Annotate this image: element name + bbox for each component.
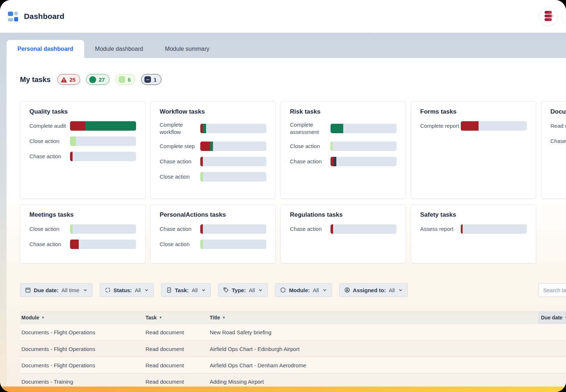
filter-type[interactable]: Type:All (218, 283, 268, 297)
calendar-icon (25, 287, 31, 293)
card-task-row: Close action (29, 224, 136, 234)
filter-bar: Due date:All time Status:All Task:All (7, 283, 566, 297)
task-progress-bar (200, 142, 266, 151)
task-label: Chase action (290, 158, 331, 165)
progress-segment-red (331, 157, 334, 166)
filter-module[interactable]: Module:All (275, 283, 332, 297)
card-task-row: Complete audit (29, 121, 136, 131)
cell-title: Airfield Ops Chart - Edinburgh Airport (208, 346, 538, 352)
dark-minus-square-icon: – (144, 76, 151, 83)
filter-value: All (192, 287, 198, 293)
task-progress-bar (331, 142, 397, 151)
tab-module-summary[interactable]: Module summary (154, 40, 220, 58)
tab-personal-dashboard[interactable]: Personal dashboard (7, 40, 84, 58)
column-header-due-date[interactable]: Due date▼ (538, 311, 566, 324)
personal-dashboard-panel: My tasks 25 27 6 (7, 58, 566, 387)
tab-module-dashboard[interactable]: Module dashboard (84, 40, 154, 58)
card-task-row: Chase action (160, 157, 266, 166)
module-icon (280, 287, 286, 293)
filter-due-date[interactable]: Due date:All time (20, 283, 93, 297)
filter-label: Module: (289, 287, 310, 293)
task-progress-bar (70, 152, 136, 161)
progress-segment-light_green (70, 136, 76, 146)
cell-module: Documents - Flight Operations (20, 346, 144, 352)
status-icon (105, 287, 111, 293)
task-progress-bar (331, 224, 397, 234)
sort-arrow-icon: ▼ (222, 316, 226, 319)
card-task-row: Close action (290, 142, 397, 151)
progress-segment-red (331, 224, 333, 234)
card-title: PersonalActions tasks (160, 211, 266, 219)
task-label: Chase action (29, 153, 70, 160)
table-row[interactable]: Documents - Flight OperationsRead docume… (20, 324, 566, 340)
task-progress-bar (200, 224, 266, 234)
card-task-row: Complete report (420, 121, 527, 131)
card-task-row: Assess report (420, 224, 527, 234)
sort-arrow-icon: ▼ (159, 316, 162, 319)
task-cards-row-1: Quality tasksComplete auditClose actionC… (20, 101, 566, 199)
task-label: Complete workflow (160, 121, 200, 136)
user-avatar[interactable] (562, 7, 566, 26)
task-label: Chase action (160, 158, 200, 165)
task-progress-bar (70, 136, 136, 146)
filter-assigned-to[interactable]: Assigned to:All (339, 283, 408, 297)
card-title: Quality tasks (29, 108, 136, 115)
card-task-row: Complete assessment (290, 121, 397, 136)
my-tasks-header: My tasks 25 27 6 (20, 74, 566, 85)
sort-arrow-icon: ▼ (41, 316, 45, 319)
card-title: Risk tasks (290, 108, 397, 115)
page-title: Dashboard (24, 12, 65, 21)
progress-segment-green (85, 121, 136, 131)
task-card: Workflow tasksComplete workflowComplete … (150, 101, 276, 199)
task-card: Safety tasksAssess report (411, 204, 536, 264)
warning-triangle-icon (61, 77, 67, 83)
chevron-down-icon (398, 288, 403, 292)
filter-status[interactable]: Status:All (100, 283, 154, 297)
column-header-task[interactable]: Task▼ (144, 311, 208, 324)
badge-on-hold[interactable]: – 1 (141, 74, 161, 85)
filter-label: Assigned to: (353, 287, 386, 293)
cell-module: Documents - Flight Operations (20, 362, 144, 368)
task-progress-bar (331, 157, 397, 166)
dashboard-tabs: Personal dashboard Module dashboard Modu… (7, 40, 566, 58)
filter-task[interactable]: Task:All (161, 283, 211, 297)
cell-title: New Road Safety briefing (208, 329, 538, 335)
table-body: Documents - Flight OperationsRead docume… (20, 324, 566, 387)
task-label: Chase action (160, 225, 200, 233)
task-progress-bar (200, 240, 266, 249)
card-title: Documents tasks (550, 108, 566, 115)
task-progress-bar (200, 124, 266, 133)
table-row[interactable]: Documents - Flight OperationsRead docume… (20, 357, 566, 373)
task-label: Complete assessment (290, 121, 331, 136)
task-label: Close action (290, 143, 331, 150)
task-card: Quality tasksComplete auditClose actionC… (20, 101, 145, 199)
filter-label: Status: (114, 287, 132, 293)
progress-segment-red (70, 240, 79, 249)
filter-value: All (389, 287, 395, 293)
badge-count: 6 (128, 77, 131, 83)
task-card: Documents tasksRead documentChase action (541, 101, 566, 199)
card-task-row: Chase action (290, 224, 397, 234)
task-label: Chase action (290, 225, 331, 233)
badge-overdue[interactable]: 25 (57, 74, 81, 85)
badge-completed[interactable]: 27 (86, 74, 110, 85)
column-header-module[interactable]: Module▼ (20, 311, 144, 324)
task-progress-bar (331, 124, 397, 133)
progress-segment-light_green (200, 172, 203, 181)
progress-segment-light_green (331, 142, 332, 151)
cell-module: Documents - Flight Operations (20, 329, 144, 335)
card-task-row: Chase action (29, 240, 136, 249)
cell-task: Read document (144, 379, 208, 385)
table-row[interactable]: Documents - Flight OperationsRead docume… (20, 340, 566, 357)
org-logo-button[interactable] (539, 7, 558, 26)
search-input[interactable] (538, 283, 566, 297)
task-cards-row-2: Meetings tasksClose actionChase actionPe… (20, 204, 566, 264)
column-header-title[interactable]: Title▼ (208, 311, 538, 324)
filter-value: All time (61, 287, 79, 293)
progress-segment-green (210, 142, 213, 151)
table-row[interactable]: Documents - TrainingRead documentAdding … (20, 373, 566, 387)
badge-count: 25 (70, 77, 76, 83)
task-card: PersonalActions tasksChase actionClose a… (150, 204, 276, 264)
card-title: Safety tasks (420, 211, 527, 219)
badge-upcoming[interactable]: 6 (115, 74, 135, 85)
